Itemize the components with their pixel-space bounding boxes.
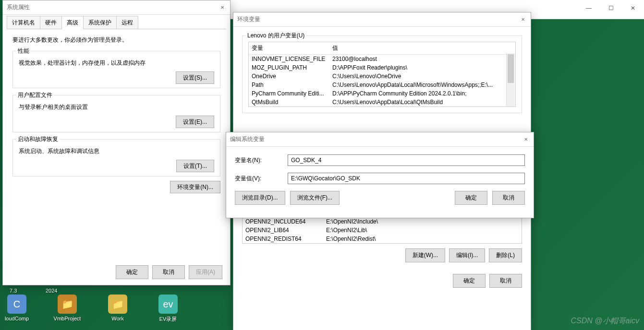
icon-label: Work — [111, 316, 123, 321]
close-icon[interactable] — [522, 136, 530, 143]
group-desc: 与登录帐户相关的桌面设置 — [19, 103, 214, 111]
tab-hardware[interactable]: 硬件 — [40, 16, 62, 29]
sys-props-tabs: 计算机名 硬件 高级 系统保护 远程 — [3, 15, 230, 29]
ok-button[interactable]: 确定 — [453, 274, 486, 288]
icon-label: loudComp — [5, 316, 29, 321]
group-desc: 视觉效果，处理器计划，内存使用，以及虚拟内存 — [19, 59, 214, 67]
tab-system-protection[interactable]: 系统保护 — [83, 16, 117, 29]
table-row[interactable]: QtMsBuildC:\Users\Lenovo\AppData\Local\Q… — [249, 98, 515, 106]
table-header[interactable]: 变量 值 — [249, 42, 515, 55]
group-user-profile: 用户配置文件 与登录帐户相关的桌面设置 设置(E)... — [12, 95, 220, 132]
group-title: 启动和故障恢复 — [16, 135, 60, 143]
desktop-icon-ev[interactable]: evEV录屏 — [151, 295, 185, 323]
desktop-text: 7.3 — [10, 288, 17, 294]
table-row[interactable]: INNOVMET_LICENSE_FILE23100@localhost — [249, 55, 515, 63]
edit-titlebar[interactable]: 编辑系统变量 — [226, 132, 534, 147]
col-name: 变量 — [249, 44, 330, 52]
table-row[interactable]: OPENNI2_INCLUDE64E:\OpenNI2\Include\ — [243, 217, 522, 226]
startup-settings-button[interactable]: 设置(T)... — [176, 160, 214, 172]
tab-computer-name[interactable]: 计算机名 — [7, 16, 40, 29]
cancel-button[interactable]: 取消 — [489, 274, 522, 288]
icon-label: VmbProject — [54, 316, 81, 321]
group-startup-recovery: 启动和故障恢复 系统启动、系统故障和调试信息 设置(T)... — [12, 139, 220, 177]
window-title: 编辑系统变量 — [230, 135, 265, 143]
desktop-icon-work[interactable]: 📁Work — [101, 295, 134, 323]
table-row[interactable]: PathC:\Users\Lenovo\AppData\Local\Micros… — [249, 81, 515, 89]
cancel-button[interactable]: 取消 — [492, 191, 525, 205]
edit-button[interactable]: 编辑(I)... — [449, 248, 485, 262]
desktop-text: 2024 — [46, 288, 57, 294]
table-row[interactable]: OPENNI2_LIB64E:\OpenNI2\Lib\ — [243, 226, 522, 235]
table-row[interactable]: MOZ_PLUGIN_PATHD:\APP\Foxit Reader\plugi… — [249, 63, 515, 72]
scrollbar[interactable] — [506, 53, 515, 106]
browse-file-button[interactable]: 浏览文件(F)... — [290, 191, 340, 205]
browse-directory-button[interactable]: 浏览目录(D)... — [235, 191, 285, 205]
delete-button[interactable]: 删除(L) — [489, 248, 522, 262]
table-row[interactable]: OneDriveC:\Users\Lenovo\OneDrive — [249, 72, 515, 81]
variable-name-label: 变量名(N): — [235, 156, 288, 165]
desktop-icon-cloudcomp[interactable]: CloudComp — [0, 295, 34, 323]
group-title: 用户配置文件 — [16, 91, 54, 99]
table-row[interactable]: OPENNI2_REDIST64E:\OpenNI2\Redist\ — [243, 235, 522, 243]
env-dialog-buttons: 确定 取消 — [242, 274, 522, 288]
tab-advanced[interactable]: 高级 — [61, 16, 84, 29]
user-vars-table[interactable]: 变量 值 INNOVMET_LICENSE_FILE23100@localhos… — [248, 42, 516, 107]
col-value: 值 — [330, 44, 515, 52]
ok-button[interactable]: 确定 — [116, 265, 148, 279]
sys-vars-buttons: 新建(W)... 编辑(I)... 删除(L) — [242, 248, 522, 262]
variable-name-input[interactable] — [288, 154, 525, 166]
variable-name-row: 变量名(N): — [235, 154, 525, 166]
tab-remote[interactable]: 远程 — [116, 16, 138, 29]
table-row[interactable]: PyCharm Community Editi...D:\APP\PyCharm… — [249, 89, 515, 98]
group-performance: 性能 视觉效果，处理器计划，内存使用，以及虚拟内存 设置(S)... — [12, 51, 220, 88]
environment-variables-button[interactable]: 环境变量(N)... — [170, 181, 220, 193]
sys-props-titlebar[interactable]: 系统属性 — [3, 0, 230, 15]
group-title: Lenovo 的用户变量(U) — [245, 32, 306, 40]
perf-settings-button[interactable]: 设置(S)... — [176, 71, 214, 84]
group-desc: 系统启动、系统故障和调试信息 — [19, 147, 214, 155]
group-title: 性能 — [16, 47, 31, 55]
variable-value-input[interactable] — [288, 173, 525, 184]
sys-props-buttons: 确定 取消 应用(A) — [116, 265, 222, 279]
desktop-icon-vmbproject[interactable]: 📁VmbProject — [50, 295, 84, 323]
apply-button[interactable]: 应用(A) — [189, 265, 222, 279]
close-icon[interactable] — [519, 16, 527, 24]
variable-value-row: 变量值(V): — [235, 173, 525, 184]
edit-body: 变量名(N): 变量值(V): 浏览目录(D)... 浏览文件(F)... 确定… — [226, 147, 534, 212]
icon-label: EV录屏 — [159, 316, 177, 323]
admin-note: 要进行大多数更改，你必须作为管理员登录。 — [12, 36, 220, 44]
watermark: CSDN @小帽哥aicv — [571, 316, 639, 326]
bg-minimize-button[interactable]: — — [578, 1, 600, 15]
close-icon[interactable] — [219, 4, 226, 12]
ok-button[interactable]: 确定 — [455, 191, 487, 205]
profile-settings-button[interactable]: 设置(E)... — [176, 116, 214, 128]
bg-maximize-button[interactable]: ☐ — [600, 1, 622, 15]
variable-value-label: 变量值(V): — [235, 175, 288, 183]
bg-close-button[interactable]: ✕ — [622, 1, 644, 15]
env-titlebar[interactable]: 环境变量 — [233, 12, 531, 27]
desktop-icons: CloudComp 📁VmbProject 📁Work evEV录屏 — [0, 295, 185, 323]
tab-body-advanced: 要进行大多数更改，你必须作为管理员登录。 性能 视觉效果，处理器计划，内存使用，… — [7, 29, 226, 198]
user-vars-group: Lenovo 的用户变量(U) 变量 值 INNOVMET_LICENSE_FI… — [242, 35, 522, 113]
system-properties-window: 系统属性 计算机名 硬件 高级 系统保护 远程 要进行大多数更改，你必须作为管理… — [2, 0, 231, 285]
new-button[interactable]: 新建(W)... — [405, 248, 445, 262]
window-title: 环境变量 — [237, 15, 260, 24]
window-title: 系统属性 — [7, 3, 30, 12]
edit-buttons: 浏览目录(D)... 浏览文件(F)... 确定 取消 — [235, 191, 525, 205]
edit-system-variable-window: 编辑系统变量 变量名(N): 变量值(V): 浏览目录(D)... 浏览文件(F… — [226, 132, 534, 218]
cancel-button[interactable]: 取消 — [152, 265, 185, 279]
